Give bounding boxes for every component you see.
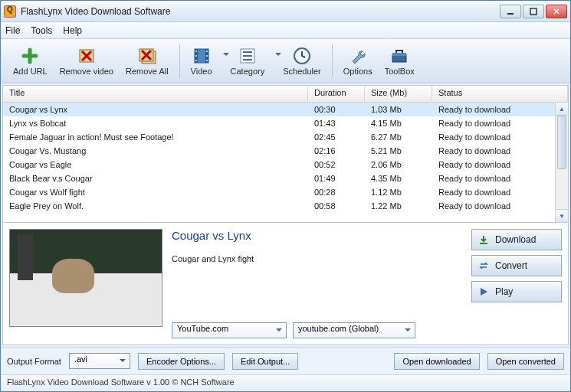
options-button[interactable]: Options [337,44,379,79]
statusbar: FlashLynx Video Download Software v 1.00… [1,374,570,391]
scroll-thumb[interactable] [557,116,566,169]
minimize-button[interactable] [500,5,521,18]
app-window: FlashLynx Video Download Software File T… [0,0,571,392]
convert-icon [478,260,489,271]
detail-title: Cougar vs Lynx [172,229,462,242]
output-format-label: Output Format [7,357,61,366]
scroll-up-arrow[interactable]: ▲ [556,103,568,116]
encoder-options-button[interactable]: Encoder Options... [138,353,225,370]
download-icon [478,234,489,245]
cell-size: 6.27 Mb [365,132,432,142]
toolbar-separator [179,44,180,78]
add-url-button[interactable]: Add URL [7,44,54,79]
cell-status: Ready to download [432,160,568,169]
cell-duration: 00:58 [308,201,365,211]
cell-status: Ready to download [432,146,568,155]
table-row[interactable]: Eagle Prey on Wolf.00:581.22 MbReady to … [3,199,568,213]
table-row[interactable]: Lynx vs Bobcat01:434.15 MbReady to downl… [3,116,568,130]
cell-title: Cougar vs Lynx [3,105,308,114]
column-title[interactable]: Title [3,86,308,102]
download-button[interactable]: Download [471,229,562,250]
list-header: Title Duration Size (Mb) Status [3,86,568,103]
cell-size: 4.15 Mb [365,119,432,128]
source-select[interactable]: YouTube.com [172,322,287,338]
svg-point-11 [206,51,208,52]
cell-size: 4.35 Mb [365,174,432,183]
video-list: Title Duration Size (Mb) Status Cougar v… [2,85,569,223]
cell-duration: 00:30 [308,105,365,114]
cell-status: Ready to download [432,174,568,183]
cell-title: Cougar vs Eagle [3,160,308,169]
window-title: FlashLynx Video Download Software [21,6,500,17]
detail-info: Cougar vs Lynx Cougar and Lynx fight You… [172,229,462,338]
svg-rect-0 [507,13,514,15]
cell-duration: 01:49 [308,174,365,183]
cell-title: Lynx vs Bobcat [3,119,308,128]
titlebar[interactable]: FlashLynx Video Download Software [1,1,570,22]
svg-point-12 [206,55,208,57]
film-icon [192,47,211,65]
svg-point-8 [195,51,197,52]
play-icon [478,286,489,297]
cell-status: Ready to download [432,132,568,142]
detail-panel: Cougar vs Lynx Cougar and Lynx fight You… [2,223,569,345]
wrench-icon [349,47,367,65]
video-button[interactable]: Video [185,44,225,79]
video-thumbnail [9,229,162,327]
cell-title: Cougar vs Wolf fight [3,188,308,197]
scheduler-button[interactable]: Scheduler [277,44,327,79]
cell-title: Female Jaguar in action! Must see Footag… [3,132,308,142]
convert-button[interactable]: Convert [471,255,562,276]
remove-icon [77,47,96,65]
table-row[interactable]: Cougar Vs. Mustang02:165.21 MbReady to d… [3,144,568,158]
cell-status: Ready to download [432,201,568,211]
menubar: File Tools Help [1,22,570,39]
menu-file[interactable]: File [5,25,20,36]
table-row[interactable]: Female Jaguar in action! Must see Footag… [3,130,568,144]
play-button[interactable]: Play [471,281,562,302]
scroll-down-arrow[interactable]: ▼ [556,209,568,222]
toolbar: Add URL Remove video Remove All Video Ca… [1,39,570,83]
cell-size: 2.06 Mb [365,160,432,169]
edit-output-button[interactable]: Edit Output... [232,353,298,370]
close-button[interactable] [546,5,567,18]
table-row[interactable]: Cougar vs Lynx00:301.03 MbReady to downl… [3,103,568,116]
detail-actions: Download Convert Play [471,229,562,338]
plus-icon [21,47,39,65]
table-row[interactable]: Cougar vs Wolf fight00:281.12 MbReady to… [3,185,568,199]
cell-size: 1.22 Mb [365,201,432,211]
maximize-button[interactable] [523,5,544,18]
toolbox-icon [390,47,409,65]
toolbar-separator [332,44,333,78]
svg-point-9 [195,55,197,57]
svg-point-10 [195,60,197,61]
open-converted-button[interactable]: Open converted [487,353,564,370]
svg-point-13 [206,60,208,61]
vertical-scrollbar[interactable]: ▲ ▼ [555,103,568,222]
menu-tools[interactable]: Tools [31,25,52,36]
cell-status: Ready to download [432,188,568,197]
table-row[interactable]: Cougar vs Eagle00:522.06 MbReady to down… [3,158,568,172]
toolbox-button[interactable]: ToolBox [379,44,421,79]
list-body[interactable]: Cougar vs Lynx00:301.03 MbReady to downl… [3,103,568,222]
cell-title: Eagle Prey on Wolf. [3,201,308,211]
menu-help[interactable]: Help [63,25,82,36]
category-button[interactable]: Category [225,44,277,79]
open-downloaded-button[interactable]: Open downloaded [394,353,479,370]
cell-title: Black Bear v.s Cougar [3,174,308,183]
bottom-bar: Output Format .avi Encoder Options... Ed… [1,347,570,374]
detail-description: Cougar and Lynx fight [172,254,462,322]
column-size[interactable]: Size (Mb) [365,86,432,102]
cell-status: Ready to download [432,119,568,128]
column-status[interactable]: Status [432,86,568,102]
cell-duration: 02:45 [308,132,365,142]
table-row[interactable]: Black Bear v.s Cougar01:494.35 MbReady t… [3,172,568,185]
remove-video-button[interactable]: Remove video [54,44,120,79]
cell-duration: 00:28 [308,188,365,197]
server-select[interactable]: youtube.com (Global) [293,322,415,338]
output-format-select[interactable]: .avi [69,353,130,369]
cell-size: 1.03 Mb [365,105,432,114]
cell-duration: 00:52 [308,160,365,169]
column-duration[interactable]: Duration [308,86,365,102]
remove-all-button[interactable]: Remove All [120,44,175,79]
